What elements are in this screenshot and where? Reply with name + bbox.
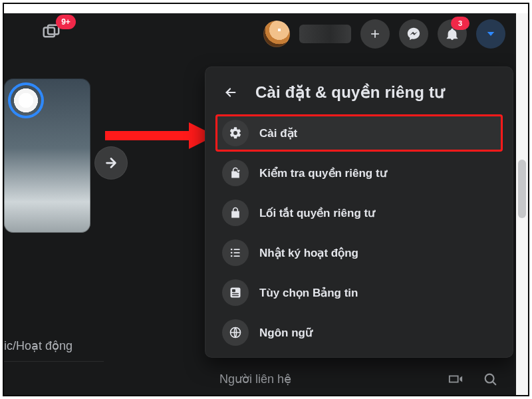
list-icon <box>222 239 249 266</box>
svg-rect-13 <box>232 293 239 295</box>
search-contacts-button[interactable] <box>479 368 501 390</box>
profile-avatar[interactable] <box>263 21 290 47</box>
nav-watch-badge: 9+ <box>56 15 76 29</box>
new-room-button[interactable] <box>444 368 467 390</box>
gear-icon <box>222 120 249 146</box>
menu-item-label: Kiểm tra quyền riêng tư <box>259 166 387 180</box>
account-menu-button[interactable] <box>476 19 505 49</box>
svg-rect-14 <box>232 295 239 297</box>
menu-item-label: Ngôn ngữ <box>259 326 313 340</box>
menu-item-news-feed-prefs[interactable]: Tùy chọn Bảng tin <box>215 274 503 311</box>
messenger-button[interactable] <box>399 19 428 49</box>
menu-item-label: Lối tắt quyền riêng tư <box>259 206 375 220</box>
svg-rect-8 <box>234 252 240 253</box>
menu-item-settings[interactable]: Cài đặt <box>215 114 503 152</box>
tab-activity-label: ic/Hoạt động <box>4 338 72 353</box>
nav-watch-tab[interactable]: 9+ <box>36 17 66 48</box>
menu-item-label: Tùy chọn Bảng tin <box>259 286 358 300</box>
scrollbar-thumb[interactable] <box>518 160 526 218</box>
story-card[interactable] <box>4 78 90 233</box>
menu-item-label: Cài đặt <box>259 126 297 140</box>
notifications-badge: 3 <box>451 17 469 30</box>
tab-activity[interactable]: ic/Hoạt động <box>4 331 104 362</box>
svg-point-5 <box>231 249 233 251</box>
back-button[interactable] <box>218 80 243 105</box>
lock-heart-icon <box>222 160 249 186</box>
svg-point-9 <box>231 255 233 257</box>
story-next-button[interactable] <box>94 146 128 180</box>
feed-icon <box>222 279 249 306</box>
menu-item-privacy-shortcuts[interactable]: Lối tắt quyền riêng tư <box>215 194 503 231</box>
menu-item-privacy-checkup[interactable]: Kiểm tra quyền riêng tư <box>215 154 503 192</box>
svg-rect-12 <box>232 289 235 292</box>
menu-item-activity-log[interactable]: Nhật ký hoạt động <box>215 234 503 271</box>
contacts-header: Người liên hệ <box>205 363 516 395</box>
annotation-arrow <box>104 120 217 149</box>
svg-rect-6 <box>234 249 240 250</box>
create-button[interactable] <box>360 19 390 49</box>
svg-rect-10 <box>234 255 240 257</box>
contacts-title: Người liên hệ <box>219 372 291 386</box>
notifications-button[interactable]: 3 <box>438 19 467 49</box>
globe-icon <box>222 319 249 346</box>
svg-point-7 <box>231 252 233 254</box>
story-avatar-ring <box>11 85 41 116</box>
profile-name-redacted <box>299 25 351 43</box>
menu-item-language[interactable]: Ngôn ngữ <box>215 314 503 351</box>
svg-rect-0 <box>44 28 55 37</box>
menu-item-label: Nhật ký hoạt động <box>259 246 358 260</box>
settings-dropdown: Cài đặt & quyền riêng tư Cài đặt <box>205 66 513 358</box>
app-header: 9+ <box>4 13 516 55</box>
browser-scrollbar[interactable] <box>515 13 528 395</box>
browser-chrome-top <box>4 4 516 14</box>
dropdown-title: Cài đặt & quyền riêng tư <box>255 83 444 102</box>
lock-icon <box>222 200 249 226</box>
